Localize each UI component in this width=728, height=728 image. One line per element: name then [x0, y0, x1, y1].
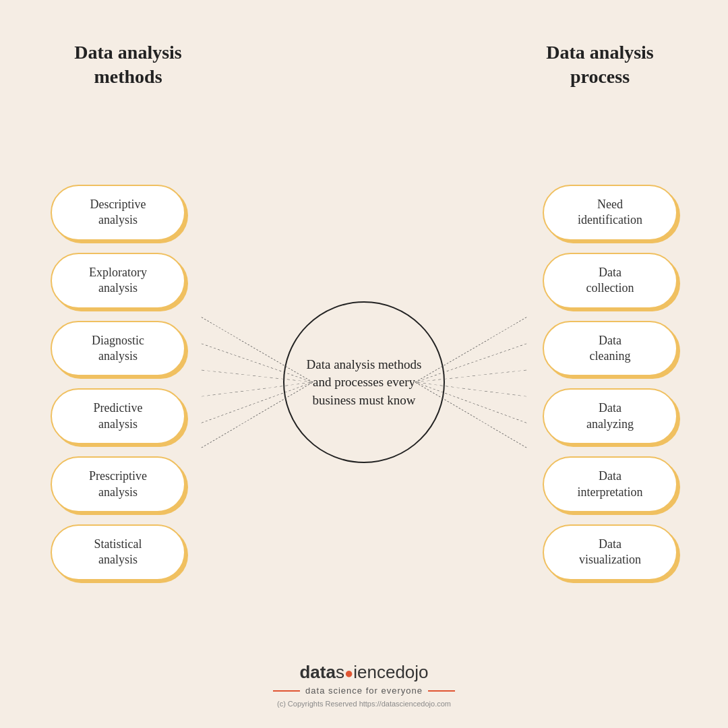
footer: datas●iencedojo data science for everyon…: [273, 662, 455, 728]
logo: datas●iencedojo: [299, 662, 428, 683]
right-column: Needidentification Datacollection Datacl…: [533, 185, 688, 580]
headers: Data analysis methods Data analysis proc…: [0, 0, 728, 103]
left-item-1: Exploratoryanalysis: [51, 253, 185, 309]
tagline-line-left: [273, 690, 300, 692]
center-area: Data analysis methods and processes ever…: [195, 301, 533, 463]
tagline-text: data science for everyone: [305, 686, 423, 696]
logo-tagline: data science for everyone: [273, 686, 455, 696]
tagline-line-right: [428, 690, 455, 692]
right-item-1: Datacollection: [543, 253, 677, 309]
right-item-0: Needidentification: [543, 185, 677, 241]
right-header: Data analysis process: [526, 40, 674, 90]
center-circle: Data analysis methods and processes ever…: [283, 301, 445, 463]
right-item-5: Datavisualization: [543, 524, 677, 580]
right-item-2: Datacleaning: [543, 321, 677, 377]
left-item-0: Descriptiveanalysis: [51, 185, 185, 241]
logo-data: data: [299, 662, 335, 682]
content-area: Descriptiveanalysis Exploratoryanalysis …: [0, 103, 728, 662]
logo-sci: s●i: [336, 662, 357, 682]
copyright-text: (c) Copyrights Reserved https://datascie…: [277, 700, 451, 708]
logo-ence: encedojo: [357, 662, 429, 682]
left-item-2: Diagnosticanalysis: [51, 321, 185, 377]
right-item-4: Datainterpretation: [543, 456, 677, 512]
left-item-4: Prescriptiveanalysis: [51, 456, 185, 512]
left-item-3: Predictiveanalysis: [51, 388, 185, 444]
left-header: Data analysis methods: [54, 40, 202, 90]
main-container: Data analysis methods Data analysis proc…: [0, 0, 728, 728]
right-item-3: Dataanalyzing: [543, 388, 677, 444]
left-item-5: Statisticalanalysis: [51, 524, 185, 580]
left-column: Descriptiveanalysis Exploratoryanalysis …: [40, 185, 195, 580]
